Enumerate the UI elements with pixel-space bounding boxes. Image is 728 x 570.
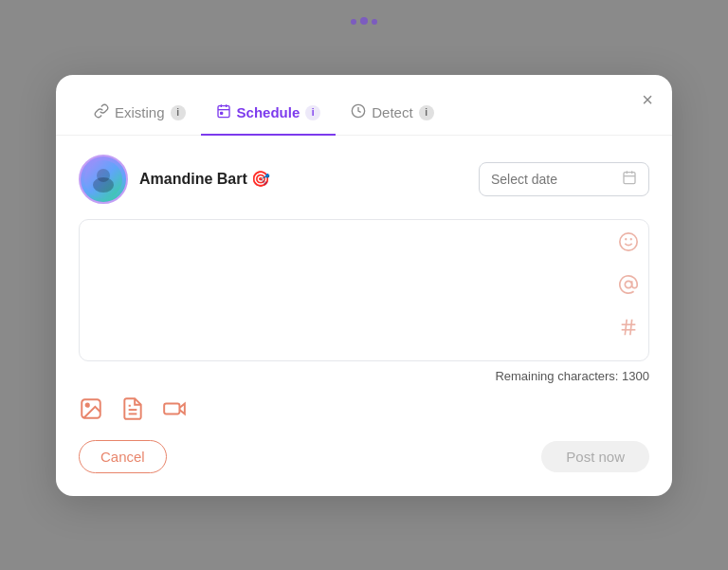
logo-dot-2 xyxy=(360,17,368,25)
logo-dot-1 xyxy=(351,19,356,25)
char-count: Remaining characters: 1300 xyxy=(79,369,649,383)
tab-schedule-label: Schedule xyxy=(237,104,300,120)
svg-rect-0 xyxy=(218,105,229,117)
close-button[interactable]: × xyxy=(642,90,653,109)
svg-line-20 xyxy=(630,319,632,335)
page-background: Existing i Schedule i xyxy=(0,0,728,570)
modal-body: Amandine Bart 🎯 xyxy=(56,136,672,496)
calendar-icon xyxy=(216,103,231,122)
user-row: Amandine Bart 🎯 xyxy=(79,155,649,204)
avatar-image xyxy=(81,156,126,202)
tab-existing-label: Existing xyxy=(115,104,165,120)
svg-point-22 xyxy=(86,403,89,406)
svg-point-8 xyxy=(97,169,110,182)
date-picker[interactable] xyxy=(479,162,649,196)
footer-row: Cancel Post now xyxy=(79,440,649,473)
clock-icon xyxy=(351,103,366,122)
video-button[interactable] xyxy=(162,396,187,421)
photo-button[interactable] xyxy=(79,396,103,421)
detect-info-badge: i xyxy=(419,105,434,120)
link-icon xyxy=(94,103,109,122)
document-button[interactable] xyxy=(120,396,145,421)
svg-point-13 xyxy=(620,232,637,249)
svg-rect-4 xyxy=(220,112,222,114)
hashtag-icon[interactable] xyxy=(618,317,639,342)
emoji-icon[interactable] xyxy=(618,231,639,257)
modal-header: Existing i Schedule i xyxy=(56,75,672,136)
svg-rect-25 xyxy=(164,403,179,414)
tab-existing[interactable]: Existing i xyxy=(79,92,201,136)
tab-detect[interactable]: Detect i xyxy=(336,92,448,136)
avatar xyxy=(79,155,128,204)
media-toolbar xyxy=(79,396,649,421)
logo-dot-3 xyxy=(372,19,377,25)
compose-textarea[interactable] xyxy=(91,231,603,345)
tab-schedule[interactable]: Schedule i xyxy=(201,92,337,136)
existing-info-badge: i xyxy=(171,105,186,120)
calendar-input-icon xyxy=(622,170,637,189)
tab-detect-label: Detect xyxy=(372,104,412,120)
user-info: Amandine Bart 🎯 xyxy=(79,155,270,204)
cancel-button[interactable]: Cancel xyxy=(79,440,167,473)
post-now-button[interactable]: Post now xyxy=(541,441,649,472)
modal: Existing i Schedule i xyxy=(56,75,672,496)
svg-point-16 xyxy=(625,281,631,287)
svg-rect-9 xyxy=(624,172,635,183)
logo xyxy=(351,17,377,25)
schedule-info-badge: i xyxy=(305,105,320,120)
compose-actions xyxy=(618,231,639,342)
compose-area xyxy=(79,219,649,361)
user-name: Amandine Bart 🎯 xyxy=(139,170,270,188)
mention-icon[interactable] xyxy=(618,274,639,300)
svg-line-19 xyxy=(625,319,627,335)
user-emoji: 🎯 xyxy=(251,171,270,187)
date-input-field[interactable] xyxy=(491,172,614,187)
